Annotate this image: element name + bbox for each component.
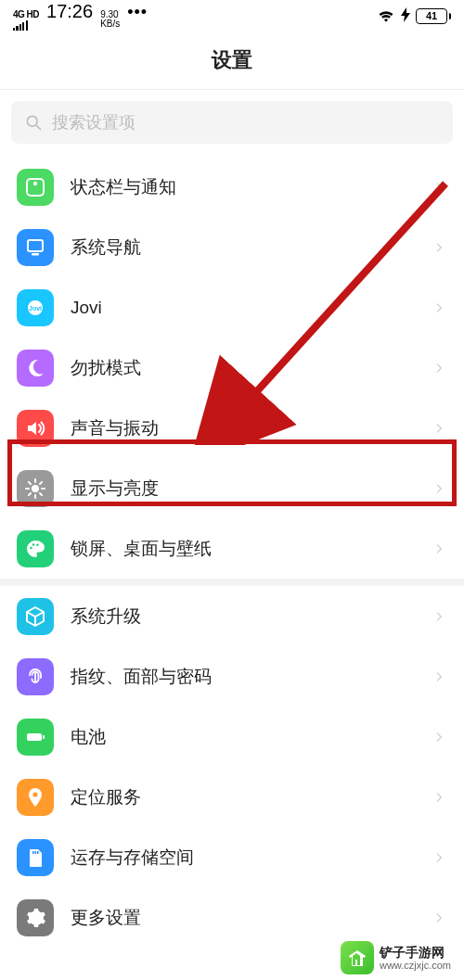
- cube-icon: [17, 598, 54, 635]
- watermark-logo-icon: [341, 941, 374, 974]
- settings-row-jovi[interactable]: Jovi: [0, 277, 464, 337]
- settings-row-nav[interactable]: 系统导航: [0, 217, 464, 277]
- row-label: 勿扰模式: [54, 356, 432, 380]
- settings-row-battery[interactable]: 电池: [0, 706, 464, 767]
- chevron-right-icon: [432, 418, 445, 439]
- settings-row-storage[interactable]: 运存与存储空间: [0, 827, 464, 887]
- title-bar: 设置: [0, 32, 464, 89]
- settings-row-wallpaper[interactable]: 锁屏、桌面与壁纸: [0, 518, 464, 579]
- section-gap: [0, 579, 464, 586]
- chevron-right-icon: [432, 358, 445, 378]
- row-label: 显示与亮度: [54, 477, 432, 501]
- signal-icon: 4G HD: [13, 10, 39, 31]
- svg-point-0: [27, 116, 37, 126]
- chevron-right-icon: [432, 787, 445, 808]
- status-right: 41: [377, 7, 451, 25]
- row-label: Jovi: [54, 298, 432, 318]
- search-placeholder: 搜索设置项: [52, 111, 135, 134]
- page-title: 设置: [212, 46, 252, 74]
- row-label: 定位服务: [54, 785, 432, 809]
- settings-row-status-notif[interactable]: 状态栏与通知: [0, 157, 464, 217]
- data-rate: 9.30 KB/s: [100, 10, 120, 29]
- settings-group: 系统升级指纹、面部与密码电池定位服务运存与存储空间更多设置: [0, 586, 464, 948]
- watermark: 铲子手游网 www.czjxjc.com: [335, 939, 457, 976]
- sound-icon: [17, 410, 54, 447]
- settings-group: 状态栏与通知系统导航Jovi勿扰模式声音与振动显示与亮度锁屏、桌面与壁纸: [0, 157, 464, 579]
- settings-row-location[interactable]: 定位服务: [0, 767, 464, 827]
- battery-indicator: 41: [416, 8, 451, 24]
- nav-icon: [17, 229, 54, 266]
- status-bar-icon: [17, 169, 54, 206]
- row-label: 更多设置: [54, 906, 432, 930]
- jovi-icon: [17, 289, 54, 326]
- gear-icon: [17, 899, 54, 936]
- chevron-right-icon: [432, 727, 445, 747]
- row-label: 状态栏与通知: [54, 175, 432, 199]
- wifi-icon: [377, 8, 395, 23]
- chevron-right-icon: [432, 667, 445, 687]
- moon-icon: [17, 350, 54, 387]
- charging-icon: [401, 7, 410, 25]
- chevron-right-icon: [432, 908, 445, 928]
- clock: 17:26: [46, 1, 93, 22]
- row-label: 指纹、面部与密码: [54, 665, 432, 689]
- search-icon: [24, 113, 43, 132]
- brightness-icon: [17, 470, 54, 507]
- chevron-right-icon: [432, 298, 445, 318]
- search-input[interactable]: 搜索设置项: [11, 101, 453, 144]
- status-bar: 4G HD 17:26 9.30 KB/s ••• 41: [0, 0, 464, 32]
- chevron-right-icon: [432, 237, 445, 258]
- sdcard-icon: [17, 839, 54, 876]
- settings-row-display[interactable]: 显示与亮度: [0, 458, 464, 518]
- chevron-right-icon: [432, 847, 445, 868]
- screen: 4G HD 17:26 9.30 KB/s ••• 41 设置: [0, 0, 464, 980]
- battery-percent: 41: [426, 10, 437, 21]
- row-label: 系统升级: [54, 605, 432, 629]
- battery-icon: [17, 719, 54, 756]
- row-label: 声音与振动: [54, 416, 432, 440]
- svg-line-1: [36, 125, 40, 129]
- settings-row-sound[interactable]: 声音与振动: [0, 398, 464, 458]
- more-dots-icon: •••: [127, 2, 148, 20]
- chevron-right-icon: [432, 539, 445, 559]
- chevron-right-icon: [432, 177, 445, 197]
- location-icon: [17, 779, 54, 816]
- watermark-title: 铲子手游网: [380, 945, 451, 960]
- settings-row-update[interactable]: 系统升级: [0, 586, 464, 646]
- search-container: 搜索设置项: [0, 89, 464, 157]
- row-label: 运存与存储空间: [54, 846, 432, 870]
- row-label: 锁屏、桌面与壁纸: [54, 537, 432, 561]
- palette-icon: [17, 530, 54, 567]
- row-label: 电池: [54, 725, 432, 749]
- settings-list-container: 状态栏与通知系统导航Jovi勿扰模式声音与振动显示与亮度锁屏、桌面与壁纸系统升级…: [0, 157, 464, 948]
- row-label: 系统导航: [54, 235, 432, 260]
- chevron-right-icon: [432, 606, 445, 627]
- watermark-url: www.czjxjc.com: [380, 960, 451, 972]
- network-label: 4G HD: [13, 10, 39, 19]
- chevron-right-icon: [432, 478, 445, 499]
- settings-row-biometric[interactable]: 指纹、面部与密码: [0, 646, 464, 706]
- settings-row-dnd[interactable]: 勿扰模式: [0, 337, 464, 398]
- status-left: 4G HD 17:26 9.30 KB/s •••: [13, 1, 148, 31]
- fingerprint-icon: [17, 658, 54, 695]
